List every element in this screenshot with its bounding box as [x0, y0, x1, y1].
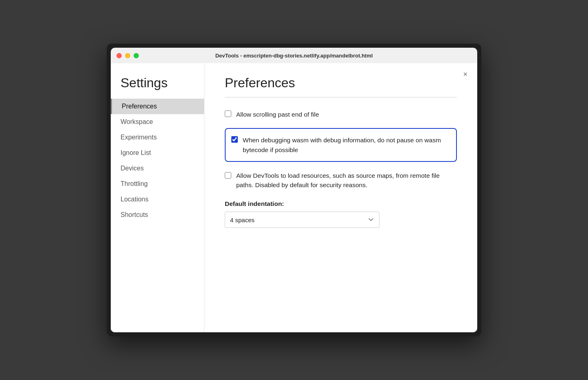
window-title: DevTools - emscripten-dbg-stories.netlif… [215, 53, 373, 59]
scroll-past-eof-checkbox[interactable] [225, 110, 231, 117]
remote-file-paths-label[interactable]: Allow DevTools to load resources, such a… [236, 171, 457, 190]
sidebar-item-experiments[interactable]: Experiments [111, 130, 204, 145]
setting-remote-file-paths: Allow DevTools to load resources, such a… [225, 170, 457, 191]
wasm-debug-label[interactable]: When debugging wasm with debug informati… [243, 135, 450, 155]
sidebar-item-throttling[interactable]: Throttling [111, 176, 204, 192]
sidebar: Settings Preferences Workspace Experimen… [111, 63, 204, 332]
indentation-section: Default indentation: 2 spaces 4 spaces 8… [225, 200, 457, 228]
scroll-past-eof-checkbox-wrapper[interactable] [225, 110, 231, 119]
maximize-traffic-light[interactable] [134, 53, 139, 58]
setting-wasm-debug: When debugging wasm with debug informati… [225, 128, 457, 162]
sidebar-item-preferences[interactable]: Preferences [111, 99, 204, 114]
indentation-select[interactable]: 2 spaces 4 spaces 8 spaces Tab character [225, 212, 380, 228]
minimize-traffic-light[interactable] [125, 53, 130, 58]
window-body: Settings Preferences Workspace Experimen… [111, 63, 477, 332]
section-divider [225, 97, 457, 97]
remote-file-paths-checkbox-wrapper[interactable] [225, 172, 231, 180]
indentation-label: Default indentation: [225, 200, 457, 208]
sidebar-item-shortcuts[interactable]: Shortcuts [111, 207, 204, 223]
sidebar-item-workspace[interactable]: Workspace [111, 114, 204, 130]
wasm-debug-checkbox[interactable] [231, 136, 238, 143]
sidebar-item-devices[interactable]: Devices [111, 161, 204, 176]
section-title: Preferences [225, 75, 457, 91]
settings-list: Allow scrolling past end of file When de… [225, 109, 457, 190]
remote-file-paths-checkbox[interactable] [225, 172, 231, 179]
traffic-lights [116, 53, 139, 58]
sidebar-heading: Settings [111, 75, 204, 99]
title-bar: DevTools - emscripten-dbg-stories.netlif… [111, 48, 477, 63]
close-traffic-light[interactable] [116, 53, 122, 58]
wasm-debug-checkbox-wrapper[interactable] [231, 136, 238, 144]
sidebar-item-locations[interactable]: Locations [111, 192, 204, 207]
app-window: DevTools - emscripten-dbg-stories.netlif… [107, 44, 481, 336]
sidebar-item-ignore-list[interactable]: Ignore List [111, 145, 204, 161]
scroll-past-eof-label[interactable]: Allow scrolling past end of file [236, 110, 319, 119]
close-button[interactable]: × [463, 71, 467, 78]
main-content: × Preferences Allow scrolling past end o… [204, 63, 477, 332]
setting-scroll-past-eof: Allow scrolling past end of file [225, 109, 457, 120]
